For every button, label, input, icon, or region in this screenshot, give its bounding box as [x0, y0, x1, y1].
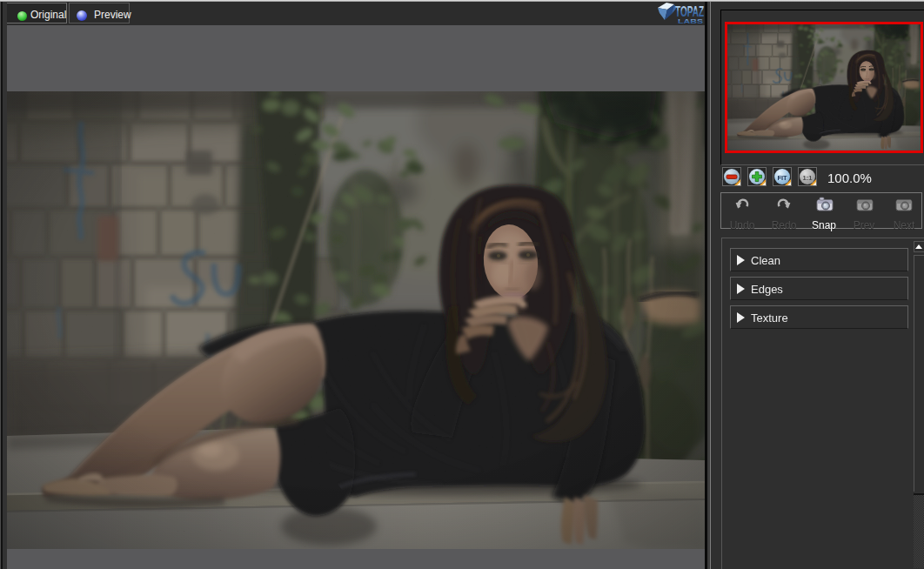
svg-text:TOPAZ: TOPAZ [675, 3, 704, 19]
svg-text:LABS: LABS [678, 17, 704, 24]
